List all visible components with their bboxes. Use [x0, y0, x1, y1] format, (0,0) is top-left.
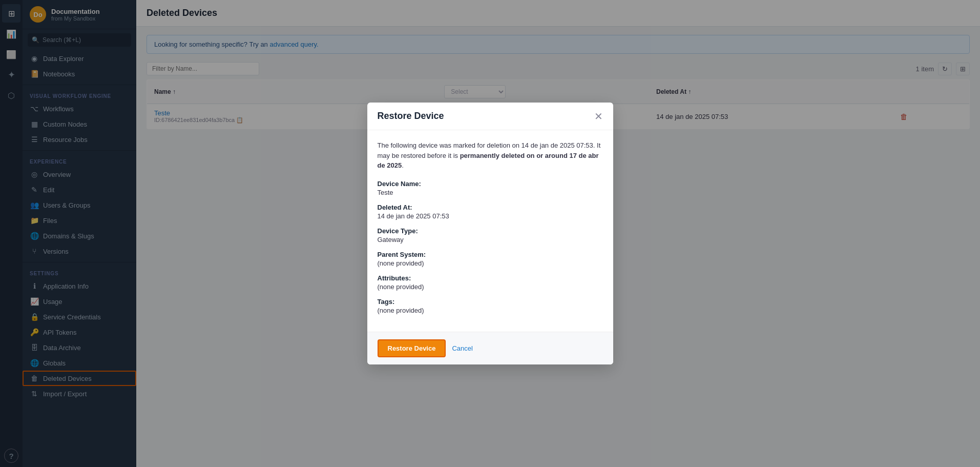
- field-label-tags: Tags:: [378, 298, 603, 306]
- modal-close-button[interactable]: ✕: [594, 111, 603, 121]
- modal-field-deleted-at: Deleted At: 14 de jan de 2025 07:53: [378, 204, 603, 220]
- field-value-device-type: Gateway: [378, 236, 603, 243]
- field-value-attributes: (none provided): [378, 283, 603, 291]
- modal-field-attributes: Attributes: (none provided): [378, 274, 603, 291]
- field-value-deleted-at: 14 de jan de 2025 07:53: [378, 212, 603, 220]
- modal-field-tags: Tags: (none provided): [378, 298, 603, 314]
- field-label-parent-system: Parent System:: [378, 251, 603, 258]
- modal-header: Restore Device ✕: [367, 103, 613, 130]
- modal-bold-text: permanently deleted on or around 17 de a…: [378, 152, 599, 170]
- modal-title: Restore Device: [378, 111, 444, 121]
- modal-field-parent-system: Parent System: (none provided): [378, 251, 603, 267]
- field-label-deleted-at: Deleted At:: [378, 204, 603, 211]
- modal-footer: Restore Device Cancel: [367, 332, 613, 364]
- modal-overlay: Restore Device ✕ The following device wa…: [0, 0, 980, 467]
- field-label-device-type: Device Type:: [378, 227, 603, 235]
- modal-field-device-name: Device Name: Teste: [378, 180, 603, 196]
- modal-intro-text: The following device was marked for dele…: [378, 140, 603, 171]
- field-value-tags: (none provided): [378, 307, 603, 314]
- field-label-attributes: Attributes:: [378, 274, 603, 282]
- restore-device-modal: Restore Device ✕ The following device wa…: [367, 103, 613, 364]
- cancel-button[interactable]: Cancel: [452, 344, 472, 352]
- field-value-parent-system: (none provided): [378, 259, 603, 267]
- field-label-device-name: Device Name:: [378, 180, 603, 188]
- restore-device-button[interactable]: Restore Device: [378, 339, 446, 357]
- modal-body: The following device was marked for dele…: [367, 130, 613, 332]
- modal-field-device-type: Device Type: Gateway: [378, 227, 603, 243]
- field-value-device-name: Teste: [378, 189, 603, 196]
